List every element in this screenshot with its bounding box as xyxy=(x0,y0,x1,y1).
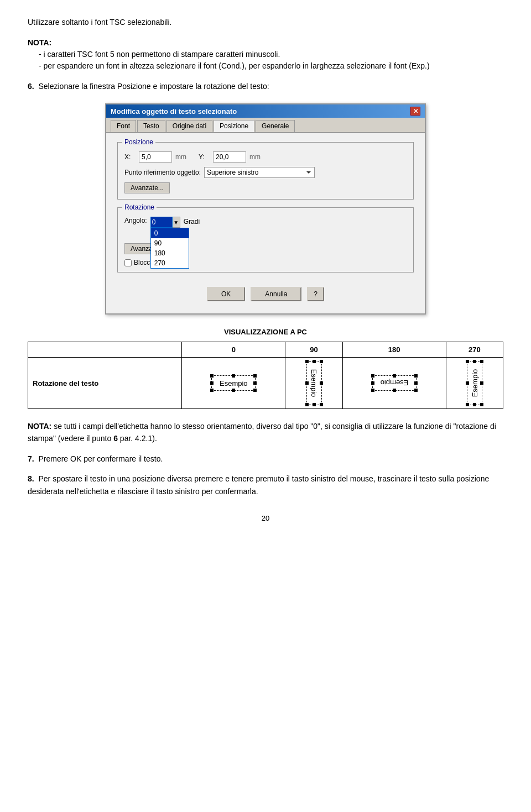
handle-bm-270 xyxy=(480,381,483,385)
ok-button[interactable]: OK xyxy=(207,287,245,301)
nota-label: NOTA: xyxy=(28,38,51,47)
col-270-header: 270 xyxy=(446,342,503,358)
annulla-button[interactable]: Annulla xyxy=(251,287,301,301)
handle-br-0 xyxy=(253,389,257,392)
col-90-header: 90 xyxy=(285,342,342,358)
handle-tr-180 xyxy=(371,389,374,392)
handle-bl-0 xyxy=(210,389,214,392)
tab-origine-dati[interactable]: Origine dati xyxy=(166,120,212,132)
avanzate-button-1[interactable]: Avanzate... xyxy=(124,182,170,193)
handle-tm-90 xyxy=(320,381,323,385)
handle-br-180 xyxy=(371,374,374,378)
tab-testo[interactable]: Testo xyxy=(137,120,165,132)
handle-tm-0 xyxy=(232,374,235,378)
handle-ml-180 xyxy=(414,381,418,385)
rotazione-group: Rotazione Angolo: ▼ 0 90 xyxy=(117,207,414,273)
tab-posizione[interactable]: Posizione xyxy=(214,120,254,132)
step6-label: 6. xyxy=(28,82,34,91)
handle-ml-90 xyxy=(313,360,316,363)
posizione-group: Posizione X: mm Y: mm Punto riferimento … xyxy=(117,142,414,200)
handle-tr-0 xyxy=(253,374,257,378)
example-0deg: Esempio xyxy=(182,358,285,409)
handle-tl-90 xyxy=(320,360,323,363)
col-0-header: 0 xyxy=(182,342,285,358)
handle-bl-90 xyxy=(305,360,309,363)
y-label: Y: xyxy=(199,153,210,161)
step8-section: 8. Per spostare il testo in una posizion… xyxy=(28,473,503,497)
nota2-text: se tutti i campi dell'etichetta hanno lo… xyxy=(28,422,496,443)
handle-bm-180 xyxy=(393,374,396,378)
blocca-checkbox[interactable] xyxy=(124,259,132,266)
angle-input[interactable] xyxy=(150,217,173,228)
handle-bl-180 xyxy=(414,374,418,378)
dialog-titlebar: Modifica oggetto di testo selezionato ✕ xyxy=(106,104,425,118)
step7-label: 7. xyxy=(28,454,34,463)
step6-desc: Selezionare la finestra Posizione e impo… xyxy=(38,82,269,91)
step8-text: Per spostare il testo in una posizione d… xyxy=(28,474,489,495)
angle-dropdown-list: 0 90 180 270 xyxy=(150,228,189,269)
tab-generale[interactable]: Generale xyxy=(256,120,295,132)
dialog-tabs: Font Testo Origine dati Posizione Genera… xyxy=(106,118,425,133)
angle-option-180[interactable]: 180 xyxy=(151,248,189,258)
handle-tm-270 xyxy=(466,381,469,385)
intro-text: Utilizzare soltanto i font TSC seleziona… xyxy=(28,17,503,28)
handle-mr-0 xyxy=(253,381,257,385)
handle-tm-180 xyxy=(393,389,396,392)
col-180-header: 180 xyxy=(342,342,446,358)
angolo-label: Angolo: xyxy=(124,217,147,224)
dialog-close-button[interactable]: ✕ xyxy=(410,107,420,116)
angle-option-0[interactable]: 0 xyxy=(151,228,189,238)
page-number: 20 xyxy=(28,514,503,522)
x-label: X: xyxy=(124,153,136,161)
question-button[interactable]: ? xyxy=(307,287,324,301)
example-text-270: Esempio xyxy=(470,369,478,397)
handle-bm-0 xyxy=(232,389,235,392)
col-label-header xyxy=(28,342,182,358)
step7-text: Premere OK per confermare il testo. xyxy=(38,454,163,463)
dashed-box-270: Esempio xyxy=(467,361,482,405)
punto-ref-row: Punto riferimento oggetto: Superiore sin… xyxy=(124,167,407,178)
posizione-group-title: Posizione xyxy=(122,138,155,146)
x-input[interactable] xyxy=(139,151,172,163)
nota-item2: per espandere un font in altezza selezio… xyxy=(44,61,430,70)
dashed-box-180: Esempio xyxy=(372,375,417,391)
handle-tr-90 xyxy=(320,403,323,406)
punto-ref-select[interactable]: Superiore sinistro Superiore destro Infe… xyxy=(204,167,315,178)
punto-ref-label: Punto riferimento oggetto: xyxy=(124,169,201,176)
rot270-wrapper: Esempio xyxy=(464,361,486,405)
handle-tl-180 xyxy=(414,389,418,392)
rotazione-group-title: Rotazione xyxy=(122,203,157,211)
dialog-footer: OK Annulla ? xyxy=(117,280,414,307)
step8-label: 8. xyxy=(28,474,34,483)
angle-dropdown-arrow[interactable]: ▼ xyxy=(173,217,180,228)
step7-section: 7. Premere OK per confermare il testo. xyxy=(28,453,503,465)
rot90-wrapper: Esempio xyxy=(303,361,325,405)
angle-option-90[interactable]: 90 xyxy=(151,238,189,248)
angle-option-270[interactable]: 270 xyxy=(151,258,189,268)
nota2-bold2: 6 xyxy=(113,434,118,443)
example-180deg: Esempio xyxy=(342,358,446,409)
dialog-window: Modifica oggetto di testo selezionato ✕ … xyxy=(105,103,426,315)
handle-ml-0 xyxy=(210,381,214,385)
y-input[interactable] xyxy=(213,151,246,163)
y-unit: mm xyxy=(249,153,261,161)
handle-br-90 xyxy=(305,403,309,406)
page-content: Utilizzare soltanto i font TSC seleziona… xyxy=(28,17,503,522)
nota-dash: - xyxy=(39,50,44,59)
dialog-wrapper: Modifica oggetto di testo selezionato ✕ … xyxy=(28,103,503,315)
handle-bm-90 xyxy=(305,381,309,385)
tab-font[interactable]: Font xyxy=(111,120,136,132)
example-text-90: Esempio xyxy=(310,369,318,397)
handle-tl-0 xyxy=(210,374,214,378)
handle-bl-270 xyxy=(480,403,483,406)
x-unit: mm xyxy=(175,153,186,161)
handle-mr-90 xyxy=(313,403,316,406)
xy-row: X: mm Y: mm xyxy=(124,151,407,163)
nota2-section: NOTA: se tutti i campi dell'etichetta ha… xyxy=(28,420,503,445)
step6-text: 6. Selezionare la finestra Posizione e i… xyxy=(28,81,503,92)
avanzate-row-1: Avanzate... xyxy=(124,182,407,193)
rotation-table: 0 90 180 270 Rotazione del testo xyxy=(28,342,503,409)
gradi-label: Gradi xyxy=(184,218,200,226)
handle-mr-180 xyxy=(371,381,374,385)
dashed-box-0: Esempio xyxy=(211,375,256,391)
